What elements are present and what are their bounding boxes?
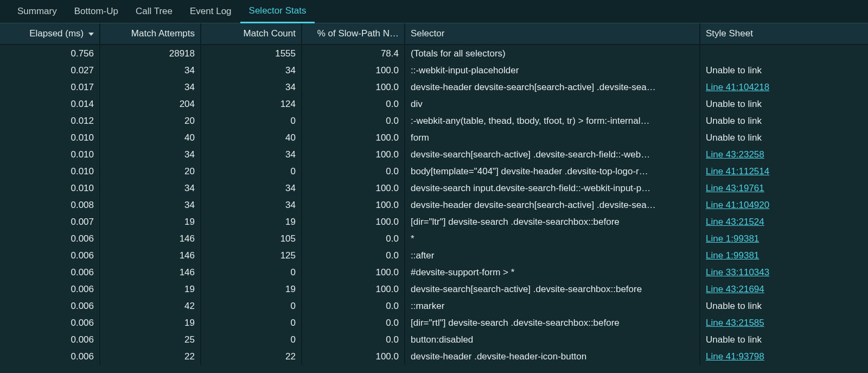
cell-slow-path: 0.0 xyxy=(302,298,405,314)
cell-selector: form xyxy=(405,129,700,146)
tab-bottom-up[interactable]: Bottom-Up xyxy=(66,0,127,23)
table-row[interactable]: 0.0104040100.0formUnable to link xyxy=(0,129,868,146)
table-row[interactable]: 0.75628918155578.4(Totals for all select… xyxy=(0,45,868,62)
table-row[interactable]: 0.0102000.0body[template="404"] devsite-… xyxy=(0,163,868,180)
cell-match-count: 0 xyxy=(201,264,302,281)
cell-match-count: 0 xyxy=(201,163,302,180)
cell-match-count: 105 xyxy=(201,230,302,247)
cell-match-count: 0 xyxy=(201,314,302,331)
cell-match-attempts: 19 xyxy=(100,213,201,230)
cell-match-attempts: 42 xyxy=(100,298,201,314)
cell-elapsed: 0.008 xyxy=(0,197,100,213)
table-row[interactable]: 0.0273434100.0::-webkit-input-placeholde… xyxy=(0,62,868,79)
style-sheet-link[interactable]: Line 33:110343 xyxy=(706,267,769,277)
table-row[interactable]: 0.0061900.0[dir="rtl"] devsite-search .d… xyxy=(0,314,868,331)
table-row[interactable]: 0.0061461050.0*Line 1:99381 xyxy=(0,230,868,247)
cell-match-attempts: 25 xyxy=(100,331,201,348)
cell-elapsed: 0.006 xyxy=(0,264,100,281)
cell-slow-path: 100.0 xyxy=(302,146,405,163)
style-sheet-link[interactable]: Line 1:99381 xyxy=(706,233,759,244)
style-sheet-link[interactable]: Line 43:21524 xyxy=(706,217,764,227)
tab-event-log[interactable]: Event Log xyxy=(181,0,240,23)
cell-style-sheet: Unable to link xyxy=(700,112,868,129)
column-header-elapsed[interactable]: Elapsed (ms) xyxy=(0,23,100,45)
cell-elapsed: 0.006 xyxy=(0,298,100,314)
cell-slow-path: 0.0 xyxy=(302,331,405,348)
style-sheet-link[interactable]: Line 43:21585 xyxy=(706,318,764,328)
cell-elapsed: 0.010 xyxy=(0,146,100,163)
table-row[interactable]: 0.0062222100.0devsite-header .devsite-he… xyxy=(0,348,868,365)
cell-slow-path: 0.0 xyxy=(302,230,405,247)
cell-slow-path: 100.0 xyxy=(302,213,405,230)
table-row[interactable]: 0.0062500.0button:disabledUnable to link xyxy=(0,331,868,348)
cell-style-sheet: Line 1:99381 xyxy=(700,230,868,247)
style-sheet-link[interactable]: Line 41:112514 xyxy=(706,166,769,176)
cell-match-attempts: 34 xyxy=(100,197,201,213)
cell-selector: [dir="ltr"] devsite-search .devsite-sear… xyxy=(405,213,700,230)
cell-match-count: 124 xyxy=(201,96,302,112)
table-row[interactable]: 0.0061460100.0#devsite-support-form > *L… xyxy=(0,264,868,281)
tab-bar: Summary Bottom-Up Call Tree Event Log Se… xyxy=(0,0,868,23)
cell-match-attempts: 22 xyxy=(100,348,201,365)
cell-elapsed: 0.756 xyxy=(0,45,100,62)
cell-elapsed: 0.017 xyxy=(0,79,100,96)
cell-style-sheet xyxy=(700,45,868,62)
cell-slow-path: 0.0 xyxy=(302,247,405,264)
cell-style-sheet: Line 43:21585 xyxy=(700,314,868,331)
cell-match-attempts: 34 xyxy=(100,62,201,79)
cell-match-count: 34 xyxy=(201,62,302,79)
cell-style-sheet: Line 43:21694 xyxy=(700,281,868,298)
cell-style-sheet: Line 41:93798 xyxy=(700,348,868,365)
column-header-slow-path[interactable]: % of Slow-Path N… xyxy=(302,23,405,45)
cell-match-count: 125 xyxy=(201,247,302,264)
column-header-selector[interactable]: Selector xyxy=(405,23,700,45)
style-sheet-link[interactable]: Line 41:104920 xyxy=(706,200,769,210)
cell-style-sheet: Unable to link xyxy=(700,331,868,348)
selector-stats-table: Elapsed (ms) Match Attempts Match Count … xyxy=(0,23,868,365)
table-row[interactable]: 0.0061461250.0::afterLine 1:99381 xyxy=(0,247,868,264)
column-header-match-count[interactable]: Match Count xyxy=(201,23,302,45)
cell-match-count: 0 xyxy=(201,298,302,314)
sort-descending-icon xyxy=(88,33,94,36)
tab-summary[interactable]: Summary xyxy=(9,0,66,23)
table-row[interactable]: 0.0061919100.0devsite-search[search-acti… xyxy=(0,281,868,298)
table-row[interactable]: 0.0064200.0::markerUnable to link xyxy=(0,298,868,314)
cell-selector: devsite-header devsite-search[search-act… xyxy=(405,197,700,213)
style-sheet-link[interactable]: Line 43:19761 xyxy=(706,183,764,193)
cell-slow-path: 100.0 xyxy=(302,281,405,298)
table-row[interactable]: 0.0122000.0:-webkit-any(table, thead, tb… xyxy=(0,112,868,129)
tab-call-tree[interactable]: Call Tree xyxy=(127,0,181,23)
cell-match-attempts: 146 xyxy=(100,264,201,281)
cell-match-attempts: 34 xyxy=(100,79,201,96)
cell-selector: devsite-header .devsite-header-icon-butt… xyxy=(405,348,700,365)
table-row[interactable]: 0.0142041240.0divUnable to link xyxy=(0,96,868,112)
cell-match-attempts: 19 xyxy=(100,281,201,298)
table-row[interactable]: 0.0103434100.0devsite-search[search-acti… xyxy=(0,146,868,163)
cell-selector: ::after xyxy=(405,247,700,264)
column-header-style-sheet[interactable]: Style Sheet xyxy=(700,23,868,45)
style-sheet-link[interactable]: Line 43:21694 xyxy=(706,284,764,294)
cell-match-count: 0 xyxy=(201,112,302,129)
cell-selector: ::marker xyxy=(405,298,700,314)
cell-match-count: 34 xyxy=(201,79,302,96)
style-sheet-link[interactable]: Line 43:23258 xyxy=(706,149,764,160)
column-header-match-attempts[interactable]: Match Attempts xyxy=(100,23,201,45)
cell-match-count: 40 xyxy=(201,129,302,146)
cell-selector: :-webkit-any(table, thead, tbody, tfoot,… xyxy=(405,112,700,129)
style-sheet-link[interactable]: Line 1:99381 xyxy=(706,250,759,261)
cell-style-sheet: Line 1:99381 xyxy=(700,247,868,264)
table-row[interactable]: 0.0083434100.0devsite-header devsite-sea… xyxy=(0,197,868,213)
cell-slow-path: 0.0 xyxy=(302,314,405,331)
cell-selector: #devsite-support-form > * xyxy=(405,264,700,281)
cell-match-count: 34 xyxy=(201,146,302,163)
cell-selector: * xyxy=(405,230,700,247)
table-row[interactable]: 0.0071919100.0[dir="ltr"] devsite-search… xyxy=(0,213,868,230)
table-row[interactable]: 0.0173434100.0devsite-header devsite-sea… xyxy=(0,79,868,96)
column-header-label: Elapsed (ms) xyxy=(29,28,84,39)
cell-elapsed: 0.010 xyxy=(0,180,100,197)
style-sheet-link[interactable]: Line 41:93798 xyxy=(706,351,764,362)
style-sheet-link[interactable]: Line 41:104218 xyxy=(706,82,769,92)
cell-style-sheet: Line 41:104218 xyxy=(700,79,868,96)
tab-selector-stats[interactable]: Selector Stats xyxy=(240,0,315,23)
table-row[interactable]: 0.0103434100.0devsite-search input.devsi… xyxy=(0,180,868,197)
